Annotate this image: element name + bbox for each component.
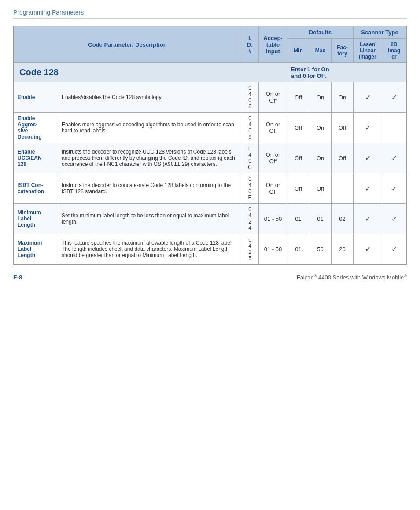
code128-title-cell: Code 128 bbox=[14, 63, 287, 82]
param-min: 01 bbox=[287, 204, 309, 234]
param-input: On or Off bbox=[259, 143, 287, 173]
param-min: Off bbox=[287, 173, 309, 204]
parameters-table: Code Parameter/ Description I. D. # Acce… bbox=[14, 26, 406, 264]
param-laser: ✓ bbox=[354, 234, 382, 264]
param-id: 0 4 2 5 bbox=[241, 234, 259, 264]
table-row: Enable Aggres- sive DecodingEnables more… bbox=[14, 113, 406, 143]
param-name: Enable Aggres- sive Decoding bbox=[14, 113, 58, 143]
param-id: 0 4 0 C bbox=[241, 143, 259, 173]
factory-header: Fac- tory bbox=[332, 39, 354, 63]
param-max: Off bbox=[309, 173, 332, 204]
param-max: On bbox=[309, 113, 332, 143]
param-2d-imager: ✓ bbox=[382, 143, 406, 173]
scanner-type-header: Scanner Type bbox=[354, 26, 406, 39]
param-name: ISBT Con- catenation bbox=[14, 173, 58, 204]
checkmark-icon: ✓ bbox=[365, 185, 371, 192]
param-max: 50 bbox=[309, 234, 332, 264]
param-max: 01 bbox=[309, 204, 332, 234]
param-id: 0 4 0 E bbox=[241, 173, 259, 204]
param-id: 0 4 2 4 bbox=[241, 204, 259, 234]
param-factory: 02 bbox=[332, 204, 354, 234]
param-id: 0 4 0 8 bbox=[241, 82, 259, 113]
checkmark-icon: ✓ bbox=[365, 246, 371, 253]
param-input: On or Off bbox=[259, 82, 287, 113]
param-laser: ✓ bbox=[354, 143, 382, 173]
checkmark-icon: ✓ bbox=[391, 215, 397, 223]
param-laser: ✓ bbox=[354, 82, 382, 113]
param-2d-imager: ✓ bbox=[382, 234, 406, 264]
param-input: On or Off bbox=[259, 173, 287, 204]
laser-header: Laser/ Linear Imager bbox=[354, 39, 382, 63]
checkmark-icon: ✓ bbox=[391, 185, 397, 192]
param-id: 0 4 0 9 bbox=[241, 113, 259, 143]
page-footer: E-8 Falcon® 4400 Series with Windows Mob… bbox=[13, 274, 407, 281]
param-factory: On bbox=[332, 82, 354, 113]
param-input: 01 - 50 bbox=[259, 234, 287, 264]
col-param-desc: Code Parameter/ Description bbox=[14, 26, 241, 63]
param-laser: ✓ bbox=[354, 204, 382, 234]
table-row: Enable UCC/EAN- 128Instructs the decoder… bbox=[14, 143, 406, 173]
param-description: Enables more aggressive decoding algorit… bbox=[58, 113, 241, 143]
param-input: On or Off bbox=[259, 113, 287, 143]
min-header: Min bbox=[287, 39, 309, 63]
param-2d-imager: ✓ bbox=[382, 82, 406, 113]
2d-imager-header: 2D Imag er bbox=[382, 39, 406, 63]
param-name: Enable bbox=[14, 82, 58, 113]
param-2d-imager: ✓ bbox=[382, 204, 406, 234]
param-2d-imager bbox=[382, 113, 406, 143]
param-description: Enables/disables the Code 128 symbology. bbox=[58, 82, 241, 113]
table-row: Minimum Label LengthSet the minimum labe… bbox=[14, 204, 406, 234]
param-laser: ✓ bbox=[354, 173, 382, 204]
table-row: EnableEnables/disables the Code 128 symb… bbox=[14, 82, 406, 113]
page-title: Programming Parameters bbox=[13, 9, 407, 19]
checkmark-icon: ✓ bbox=[365, 215, 371, 223]
param-description: This feature specifies the maximum allow… bbox=[58, 234, 241, 264]
col-id: I. D. # bbox=[241, 26, 259, 63]
param-factory bbox=[332, 173, 354, 204]
param-2d-imager: ✓ bbox=[382, 173, 406, 204]
param-min: 01 bbox=[287, 234, 309, 264]
footer-page-number: E-8 bbox=[13, 274, 22, 281]
param-factory: Off bbox=[332, 113, 354, 143]
code128-title: Code 128 bbox=[19, 67, 59, 77]
checkmark-icon: ✓ bbox=[391, 154, 397, 162]
param-factory: 20 bbox=[332, 234, 354, 264]
table-row: ISBT Con- catenationInstructs the decode… bbox=[14, 173, 406, 204]
param-max: On bbox=[309, 143, 332, 173]
param-name: Maximum Label Length bbox=[14, 234, 58, 264]
checkmark-icon: ✓ bbox=[365, 124, 371, 132]
param-min: Off bbox=[287, 143, 309, 173]
code128-note-cell: Enter 1 for On and 0 for Off. bbox=[287, 63, 406, 82]
param-max: On bbox=[309, 82, 332, 113]
param-name: Minimum Label Length bbox=[14, 204, 58, 234]
param-laser: ✓ bbox=[354, 113, 382, 143]
param-name: Enable UCC/EAN- 128 bbox=[14, 143, 58, 173]
param-description: Instructs the decoder to recognize UCC-1… bbox=[58, 143, 241, 173]
param-factory: Off bbox=[332, 143, 354, 173]
param-min: Off bbox=[287, 82, 309, 113]
col-input: Accep- table Input bbox=[259, 26, 287, 63]
main-table-wrapper: Code Parameter/ Description I. D. # Acce… bbox=[13, 26, 407, 265]
param-min: Off bbox=[287, 113, 309, 143]
param-input: 01 - 50 bbox=[259, 204, 287, 234]
code128-section-row: Code 128 Enter 1 for On and 0 for Off. bbox=[14, 63, 406, 82]
checkmark-icon: ✓ bbox=[391, 246, 397, 253]
footer-product-name: Falcon® 4400 Series with Windows Mobile® bbox=[297, 274, 407, 281]
param-description: Instructs the decoder to concate-nate Co… bbox=[58, 173, 241, 204]
table-row: Maximum Label LengthThis feature specifi… bbox=[14, 234, 406, 264]
checkmark-icon: ✓ bbox=[391, 94, 397, 101]
header-row-1: Code Parameter/ Description I. D. # Acce… bbox=[14, 26, 406, 39]
defaults-header: Defaults bbox=[287, 26, 354, 39]
checkmark-icon: ✓ bbox=[365, 154, 371, 162]
max-header: Max bbox=[309, 39, 332, 63]
code128-note: Enter 1 for On and 0 for Off. bbox=[291, 66, 329, 79]
checkmark-icon: ✓ bbox=[365, 94, 371, 101]
param-description: Set the minimum label length to be less … bbox=[58, 204, 241, 234]
